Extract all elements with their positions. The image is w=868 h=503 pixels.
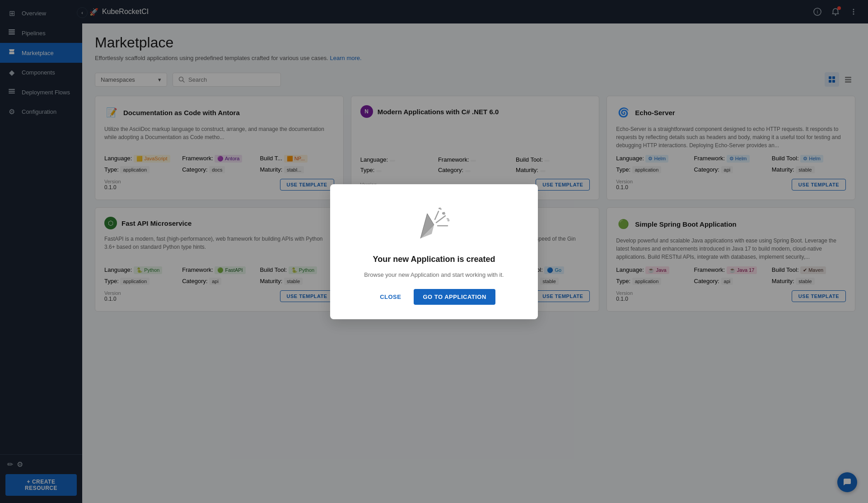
modal-subtitle: Browse your new Application and start wo… bbox=[364, 271, 504, 278]
modal-title: Your new Application is created bbox=[373, 255, 495, 264]
svg-line-25 bbox=[435, 211, 439, 219]
svg-line-23 bbox=[436, 216, 445, 223]
modal-actions: CLOSE GO TO APPLICATION bbox=[373, 289, 495, 305]
create-application-modal: Your new Application is created Browse y… bbox=[330, 184, 538, 319]
modal-go-to-application-button[interactable]: GO TO APPLICATION bbox=[414, 289, 495, 305]
modal-close-button[interactable]: CLOSE bbox=[373, 289, 408, 305]
svg-rect-30 bbox=[447, 218, 449, 219]
party-popper-icon bbox=[411, 202, 457, 247]
modal-success-icon-area bbox=[407, 202, 461, 247]
modal-overlay: Your new Application is created Browse y… bbox=[0, 0, 868, 503]
